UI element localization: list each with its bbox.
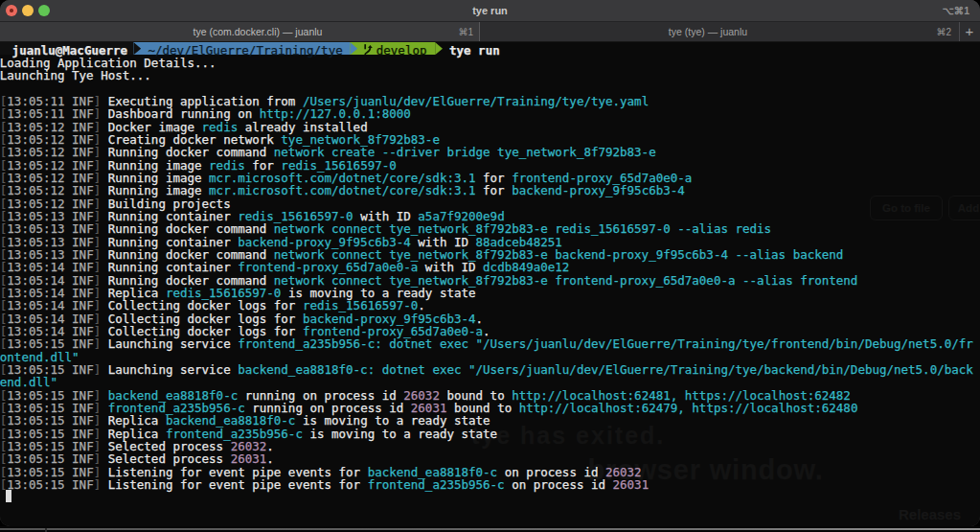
tab-bar: tye (com.docker.cli) — juanlu ⌘1 tye (ty… [0,22,980,42]
log-segment-fg: Listening for event pipe events for [108,477,368,492]
terminal-line: Launching Tye Host... [0,68,151,82]
log-segment-ts: 13:05:15 INF [7,477,93,492]
tab-shortcut: ⌘2 [936,22,951,41]
log-segment-cy: frontend_a235b956-c [368,477,505,492]
terminal-window: tye run ⌥⌘1 tye (com.docker.cli) — juanl… [0,0,980,526]
background-window-seam [45,528,47,532]
log-segment-cy: http://localhost:62479, https://localhos… [519,401,858,415]
title-bar[interactable]: tye run ⌥⌘1 [0,0,980,22]
log-segment-cy: backend-proxy_9f95c6b3-4 [512,183,685,197]
log-segment-fg: Launching Tye Host... [0,68,151,82]
log-segment-fg: is moving to a ready state [303,427,497,441]
window-title: tye run [0,0,980,21]
log-segment-br: ] [94,477,108,492]
prompt-branch: develop [376,42,427,57]
log-segment-cy: mcr.microsoft.com/dotnet/core/sdk:3.1 [209,183,475,197]
log-segment-fg: on process id [505,477,613,492]
shell-prompt: juanlu@MacGuerre~/dev/ElGuerre/Training/… [0,42,980,55]
log-segment-fg: Launching service [108,336,238,351]
ghost-exited-text: tye has exited. [471,422,665,450]
log-segment-mg: 26031 [613,477,650,492]
tab-shortcut: ⌘1 [458,22,473,41]
new-tab-button[interactable]: + [959,22,980,41]
prompt-command: tye run [449,42,500,57]
window-title-shortcut: ⌥⌘1 [943,0,969,21]
terminal-line: [13:05:15 INF] Launching service backend… [0,362,973,377]
ghost-releases-text: Releases [899,506,961,522]
log-segment-fg: Launching service [108,362,238,377]
log-segment-cy: backend_ea8818f0-c: dotnet exec "/Users/… [238,362,973,377]
block-cursor [6,490,11,502]
git-branch-icon [363,44,373,55]
terminal-content[interactable]: tye has exited. browser window. Go to fi… [0,42,980,526]
tab-tye[interactable]: tye (tye) — juanlu ⌘2 [480,22,960,41]
tab-label: tye (tye) — juanlu [669,22,747,41]
log-segment-cy: frontend_a235b956-c: dotnet exec "/Users… [238,336,973,351]
desktop-strip [0,526,980,532]
terminal-line: [13:05:15 INF] Launching service fronten… [0,336,973,351]
terminal-line: [13:05:15 INF] Listening for event pipe … [0,477,649,492]
ghost-add-file-button: Add [948,196,980,220]
log-segment-br: ] [94,362,108,377]
powerline-arrow-icon [435,42,443,55]
tab-docker-cli[interactable]: tye (com.docker.cli) — juanlu ⌘1 [0,22,480,41]
log-segment-fg: for [476,183,513,197]
background-window-edge [0,528,980,531]
ghost-go-to-file-button: Go to file [870,196,943,220]
log-segment-br: ] [94,336,108,351]
tab-label: tye (com.docker.cli) — juanlu [194,22,323,41]
